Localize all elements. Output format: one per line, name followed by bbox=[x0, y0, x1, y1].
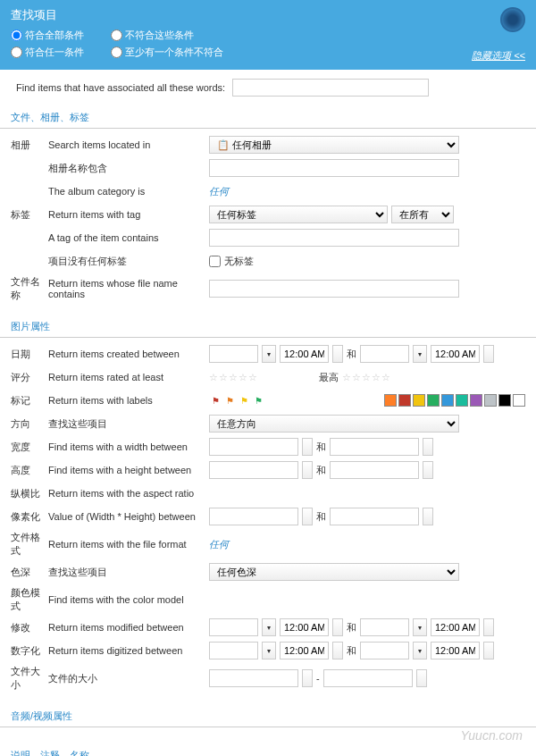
time-to[interactable] bbox=[431, 345, 480, 363]
color-swatch[interactable] bbox=[413, 394, 425, 407]
size-from[interactable] bbox=[209, 669, 298, 687]
time-from[interactable] bbox=[280, 345, 329, 363]
color-swatch[interactable] bbox=[456, 394, 468, 407]
hide-options-link[interactable]: 隐藏选项 << bbox=[472, 49, 525, 63]
tag-contains-input[interactable] bbox=[209, 229, 459, 247]
radio-all[interactable]: 符合全部条件 bbox=[11, 29, 84, 42]
radio-notall[interactable]: 不符合这些条件 bbox=[111, 29, 194, 42]
flag-icons[interactable]: ⚑⚑⚑⚑ bbox=[209, 393, 264, 407]
color-swatch[interactable] bbox=[441, 394, 454, 407]
tag-select[interactable]: 任何标签 bbox=[209, 206, 388, 223]
section-av-props: 音频/视频属性 bbox=[0, 704, 536, 727]
album-category-link[interactable]: 任何 bbox=[209, 185, 229, 198]
filename-label: 文件名称 bbox=[11, 275, 48, 302]
no-tag-label: 无标签 bbox=[224, 255, 254, 268]
tag-label: 标签 bbox=[11, 208, 48, 222]
dig-date-to[interactable] bbox=[360, 642, 409, 659]
search-words-label: Find items that have associated all thes… bbox=[16, 82, 225, 93]
color-swatches[interactable] bbox=[384, 394, 525, 407]
album-category-desc: The album category is bbox=[48, 186, 209, 197]
eye-icon bbox=[500, 7, 525, 32]
album-name-input[interactable] bbox=[209, 159, 459, 177]
date-from[interactable] bbox=[209, 345, 258, 363]
section-desc-notes: 说明、注释、名称 bbox=[0, 743, 536, 756]
color-swatch[interactable] bbox=[398, 394, 411, 407]
dialog-title: 查找项目 bbox=[11, 7, 525, 23]
color-swatch[interactable] bbox=[470, 394, 482, 407]
date-from-dd[interactable]: ▾ bbox=[262, 345, 276, 363]
album-located-desc: Search items located in bbox=[48, 139, 209, 150]
pixels-from[interactable] bbox=[209, 508, 298, 525]
header-bar: 查找项目 符合全部条件 不符合这些条件 符合任一条件 至少有一个条件不符合 隐藏… bbox=[0, 0, 536, 70]
dig-date-from[interactable] bbox=[209, 642, 258, 659]
mod-date-to[interactable] bbox=[360, 618, 409, 636]
search-words-row: Find items that have associated all thes… bbox=[0, 70, 536, 105]
color-swatch[interactable] bbox=[498, 394, 511, 407]
tag-with-desc: Return items with tag bbox=[48, 209, 209, 220]
album-select[interactable]: 📋 任何相册 bbox=[209, 136, 459, 154]
pixels-to[interactable] bbox=[330, 508, 419, 525]
stars-max[interactable]: ☆☆☆☆☆ bbox=[342, 372, 391, 383]
height-to[interactable] bbox=[330, 461, 419, 479]
section-file-album-tag: 文件、相册、标签 bbox=[0, 105, 536, 129]
radio-atleast[interactable]: 至少有一个条件不符合 bbox=[111, 46, 223, 59]
direction-select[interactable]: 任意方向 bbox=[209, 415, 459, 433]
radio-any[interactable]: 符合任一条件 bbox=[11, 46, 84, 59]
width-from[interactable] bbox=[209, 438, 298, 456]
album-name-contains-desc: 相册名称包含 bbox=[48, 162, 209, 175]
width-to[interactable] bbox=[330, 438, 419, 456]
section-image-props: 图片属性 bbox=[0, 315, 536, 338]
tag-scope-select[interactable]: 在所有 bbox=[391, 206, 454, 223]
no-tag-checkbox[interactable] bbox=[209, 256, 221, 267]
no-tag-desc: 项目没有任何标签 bbox=[48, 255, 209, 268]
filename-input[interactable] bbox=[209, 280, 459, 298]
color-swatch[interactable] bbox=[427, 394, 440, 407]
depth-select[interactable]: 任何色深 bbox=[209, 563, 459, 581]
format-link[interactable]: 任何 bbox=[209, 538, 229, 551]
date-to[interactable] bbox=[360, 345, 409, 363]
size-to[interactable] bbox=[323, 669, 413, 687]
color-swatch[interactable] bbox=[513, 394, 525, 407]
tag-contains-desc: A tag of the item contains bbox=[48, 232, 209, 243]
stars-min[interactable]: ☆☆☆☆☆ bbox=[209, 372, 258, 383]
album-label: 相册 bbox=[11, 139, 48, 152]
color-swatch[interactable] bbox=[484, 394, 497, 407]
mod-date-from[interactable] bbox=[209, 618, 258, 636]
filename-desc: Return items whose file name contains bbox=[48, 278, 209, 299]
height-from[interactable] bbox=[209, 461, 298, 479]
search-words-input[interactable] bbox=[232, 79, 429, 97]
color-swatch[interactable] bbox=[384, 394, 397, 407]
